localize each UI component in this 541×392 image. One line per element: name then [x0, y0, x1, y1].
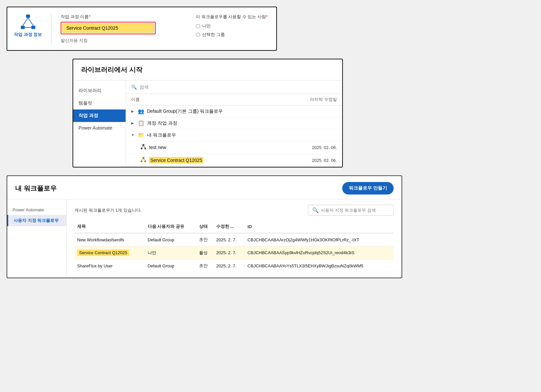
col-header-modified: 수정한 ...	[214, 221, 245, 233]
cell-shared: Default Group	[145, 259, 196, 272]
tree-item-account-workflow[interactable]: ▶ 📋 계정 작업 과정	[126, 117, 342, 129]
chevron-icon: ▼	[131, 133, 135, 137]
library-content: 🔍 이름 마지막 수정일 ▶ 👥 Default Group(기본 그룹) 워크…	[126, 80, 342, 167]
radio-selected-group-label: 선택한 그룹	[202, 32, 225, 38]
s3-sidebar-custom-workflow[interactable]: 사용자 지정 워크플로우	[7, 215, 66, 226]
sidebar-item-templates[interactable]: 템플릿	[73, 97, 126, 109]
tree-subitem-service-contract[interactable]: Service Contract Q12025 2025. 02. 06.	[126, 154, 342, 167]
radio-selected-group-input[interactable]	[196, 33, 200, 37]
my-workflows-main: 게시된 워크플로우가 1개 있습니다. 🔍 제목 다음 사용자와 공유 상태 수…	[67, 199, 402, 278]
radio-only-me-input[interactable]	[196, 24, 200, 28]
sidebar-item-library[interactable]: 라이브러리	[73, 84, 126, 97]
col-header-shared: 다음 사용자와 공유	[145, 221, 196, 233]
workflows-table: 제목 다음 사용자와 공유 상태 수정한 ... ID New Workflow…	[75, 221, 394, 272]
svg-line-9	[142, 146, 144, 148]
search-icon: 🔍	[131, 84, 137, 90]
radio-only-me[interactable]: 나만	[196, 23, 268, 29]
my-workflows-panel: 내 워크플로우 워크플로우 만들기 Power Automate 사용자 지정 …	[7, 175, 402, 278]
visibility-label: 이 워크플로우를 사용할 수 있는 사람*	[196, 14, 268, 20]
table-row[interactable]: ShareFlux by User Default Group 초안 2025.…	[75, 259, 394, 272]
s3-sidebar-power-automate[interactable]: Power Automate	[7, 205, 66, 215]
library-panel: 라이브러리에서 시작 라이브러리 템플릿 작업 과정 Power Automat…	[73, 59, 343, 167]
svg-line-15	[143, 159, 145, 161]
tree-subitem-test-new[interactable]: test new 2025. 02. 06.	[126, 141, 342, 154]
cell-title-highlighted: Service Contract Q12025	[75, 246, 145, 259]
cell-status: 초안	[196, 259, 214, 272]
workflow-search-input[interactable]	[321, 208, 389, 213]
workflow-info-card: 작업 과정 정보 작업 과정 이름* 발신자용 지침 이 워크플로우를 사용할 …	[7, 7, 277, 51]
col-name: 이름	[131, 97, 140, 103]
cell-date: 2025. 2. 7.	[214, 233, 245, 246]
chevron-icon: ▶	[131, 109, 135, 113]
svg-rect-8	[144, 148, 146, 149]
svg-rect-13	[144, 161, 146, 162]
title-highlight-badge: Service Contract Q12025	[77, 250, 129, 256]
col-date: 마지막 수정일	[310, 97, 337, 103]
required-marker: *	[89, 14, 90, 19]
table-row-highlighted[interactable]: Service Contract Q12025 나만 활성 2025. 2. 7…	[75, 246, 394, 259]
tree-item-default-group[interactable]: ▶ 👥 Default Group(기본 그룹) 워크플로우	[126, 106, 342, 117]
workflow-node-icon-highlighted	[140, 157, 146, 164]
col-header-id: ID	[245, 221, 394, 233]
cell-id: CBJCHBCAABAAYoYs5TLX3I5EHXyBWJigBzsuNZq0…	[245, 259, 394, 272]
workflows-table-body: New Workflowdasfserdfs Default Group 초안 …	[75, 233, 394, 272]
folder-doc-icon: 📋	[138, 120, 144, 126]
svg-rect-12	[141, 161, 142, 162]
my-workflows-sidebar: Power Automate 사용자 지정 워크플로우	[7, 199, 67, 278]
table-header-row: 제목 다음 사용자와 공유 상태 수정한 ... ID	[75, 221, 394, 233]
sender-instructions-label: 발신자용 지침	[61, 38, 188, 44]
table-row[interactable]: New Workflowdasfserdfs Default Group 초안 …	[75, 233, 394, 246]
cell-shared: Default Group	[145, 233, 196, 246]
svg-line-10	[143, 146, 145, 148]
create-workflow-button[interactable]: 워크플로우 만들기	[342, 182, 394, 195]
sidebar-item-power-automate[interactable]: Power Automate	[73, 122, 126, 134]
workflow-info-label: 작업 과정 정보	[14, 32, 42, 38]
svg-rect-0	[26, 15, 30, 18]
workflow-node-icon	[140, 144, 146, 151]
svg-line-3	[23, 18, 28, 26]
tree-item-my-workflows[interactable]: ▼ 📁 내 워크플로우	[126, 129, 342, 141]
col-header-title: 제목	[75, 221, 145, 233]
group-icon: 👥	[138, 108, 144, 114]
library-panel-title: 라이브러리에서 시작	[73, 59, 342, 80]
workflows-count-text: 게시된 워크플로우가 1개 있습니다.	[75, 207, 142, 213]
visibility-radio-group: 나만 선택한 그룹	[196, 23, 268, 38]
chevron-icon: ▶	[131, 121, 135, 125]
my-workflows-header: 내 워크플로우 워크플로우 만들기	[7, 176, 402, 199]
radio-selected-group[interactable]: 선택한 그룹	[196, 32, 268, 38]
workflow-search-bar: 🔍	[308, 205, 394, 216]
visibility-settings: 이 워크플로우를 사용할 수 있는 사람* 나만 선택한 그룹	[196, 14, 268, 38]
cell-title: New Workflowdasfserdfs	[75, 233, 145, 246]
workflow-process-icon	[20, 14, 36, 30]
my-workflows-title: 내 워크플로우	[15, 184, 57, 193]
cell-shared: 나만	[145, 246, 196, 259]
tree-subitem-date-highlighted: 2025. 02. 06.	[312, 158, 337, 163]
library-table-header: 이름 마지막 수정일	[126, 94, 342, 106]
cell-date: 2025. 2. 7.	[214, 259, 245, 272]
workflow-name-input-wrapper	[61, 22, 156, 34]
tree-item-label: 계정 작업 과정	[147, 120, 177, 126]
tree-subitem-label-highlighted: Service Contract Q12025	[149, 157, 203, 164]
sidebar-item-workflow[interactable]: 작업 과정	[73, 109, 126, 122]
library-search-bar: 🔍	[126, 80, 342, 94]
workflow-name-input[interactable]	[62, 23, 154, 33]
workflow-name-label: 작업 과정 이름*	[61, 14, 188, 20]
tree-subitem-label: test new	[149, 145, 166, 150]
cell-title: ShareFlux by User	[75, 259, 145, 272]
folder-icon: 📁	[138, 132, 144, 138]
cell-id: CBJCHBCAABAASyp9kvlHZoRvcjdq52S2Ui_reod4…	[245, 246, 394, 259]
cell-id: CBJCHBCAABAArzOj2g4WWfy1HGk3OKRtOfPLrRz_…	[245, 233, 394, 246]
required-marker2: *	[266, 14, 268, 19]
tree-item-label: Default Group(기본 그룹) 워크플로우	[147, 108, 223, 114]
search-icon-s3: 🔍	[312, 207, 319, 213]
svg-line-4	[28, 18, 33, 26]
vertical-divider	[51, 14, 51, 44]
my-workflows-body: Power Automate 사용자 지정 워크플로우 게시된 워크플로우가 1…	[7, 199, 402, 278]
workflows-info-bar: 게시된 워크플로우가 1개 있습니다. 🔍	[75, 205, 394, 216]
tree-subitem-date: 2025. 02. 06.	[312, 145, 337, 150]
library-search-input[interactable]	[139, 84, 337, 90]
workflows-table-head: 제목 다음 사용자와 공유 상태 수정한 ... ID	[75, 221, 394, 233]
cell-status: 활성	[196, 246, 214, 259]
radio-only-me-label: 나만	[202, 23, 211, 29]
svg-rect-7	[141, 148, 142, 149]
